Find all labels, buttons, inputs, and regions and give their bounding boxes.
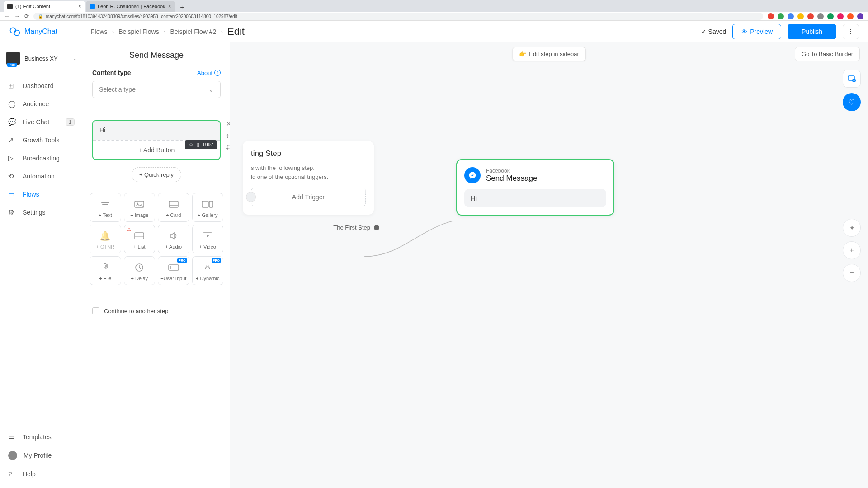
block-list[interactable]: ⚠+ List: [124, 225, 156, 253]
ext-icon[interactable]: [847, 13, 854, 19]
text-block: Hi + Add Button ☺ {} 1997 ✕ ↕ ⿻: [92, 120, 221, 160]
help-button[interactable]: ♡: [843, 93, 861, 111]
first-step-port[interactable]: The First Step: [333, 224, 379, 231]
block-gallery[interactable]: + Gallery: [192, 193, 224, 222]
quick-reply-button[interactable]: + Quick reply: [132, 167, 181, 182]
ext-icon[interactable]: [788, 13, 794, 19]
editor-panel: Send Message Content type About ? Select…: [83, 42, 230, 488]
node-header: Facebook Send Message: [464, 167, 606, 183]
dynamic-icon: [194, 262, 222, 273]
auto-layout-button[interactable]: ✦: [843, 219, 861, 237]
video-icon: [194, 230, 222, 241]
block-input[interactable]: PRO+User Input: [158, 256, 189, 285]
breadcrumb-item[interactable]: Beispiel Flow #2: [170, 28, 216, 35]
block-card[interactable]: + Card: [158, 193, 189, 222]
message-text: Hi: [471, 194, 477, 202]
edit-sidebar-hint[interactable]: 👉 Edit step in sidebar: [512, 47, 586, 61]
sidebar-item-live-chat[interactable]: 💬Live Chat1: [0, 113, 83, 131]
sidebar-item-flows[interactable]: ▭Flows: [0, 185, 83, 203]
tab-bar: (1) Edit Content × Leon R. Chaudhari | F…: [0, 0, 868, 12]
add-button-row[interactable]: + Add Button ☺ {} 1997: [93, 140, 220, 159]
block-dynamic[interactable]: PRO+ Dynamic: [192, 256, 224, 285]
trigger-port-icon[interactable]: [246, 192, 256, 202]
ext-icon[interactable]: [797, 13, 804, 19]
sidebar-item-my-profile[interactable]: My Profile: [0, 446, 83, 465]
address-bar: ← → ⟳ 🔒 manychat.com/fb181039443240830​9…: [0, 12, 868, 21]
bell-icon: 🔔: [92, 230, 119, 241]
block-audio[interactable]: + Audio: [158, 225, 189, 253]
block-text[interactable]: + Text: [90, 193, 121, 222]
go-basic-button[interactable]: Go To Basic Builder: [795, 47, 860, 61]
ext-icon[interactable]: [807, 13, 814, 19]
ext-icon[interactable]: [768, 13, 774, 19]
sidebar-item-templates[interactable]: ▭Templates: [0, 428, 83, 446]
avatar-icon: [8, 451, 17, 460]
block-label: + File: [92, 276, 119, 281]
emoji-icon[interactable]: ☺: [189, 142, 193, 147]
block-video[interactable]: + Video: [192, 225, 224, 253]
nav-icon: ↗: [8, 136, 16, 144]
close-icon[interactable]: ×: [78, 3, 81, 9]
ext-icon[interactable]: [778, 13, 784, 19]
block-file[interactable]: + File: [90, 256, 121, 285]
close-icon[interactable]: ✕: [226, 120, 230, 127]
browser-tab[interactable]: Leon R. Chaudhari | Facebook ×: [86, 1, 175, 12]
move-icon[interactable]: ↕: [226, 132, 230, 139]
ext-icon[interactable]: [817, 13, 824, 19]
quick-reply-label: + Quick reply: [139, 171, 174, 178]
nav-label: Templates: [23, 433, 52, 441]
block-label: + Delay: [126, 276, 153, 281]
url-text: manychat.com/fb181039443240830​9/cms/fil…: [46, 14, 237, 19]
ext-icon[interactable]: [827, 13, 834, 19]
avatar-icon[interactable]: [857, 13, 863, 19]
canvas-tools: + ♡: [843, 70, 861, 111]
text-icon: [92, 199, 119, 210]
publish-button[interactable]: Publish: [788, 24, 836, 39]
breadcrumb-item[interactable]: Beispiel Flows: [118, 28, 159, 35]
starting-step-node[interactable]: ting Step s with the following step. ld …: [243, 141, 374, 215]
sidebar-item-help[interactable]: ?Help: [0, 465, 83, 483]
checkbox[interactable]: [92, 307, 99, 314]
block-delay[interactable]: + Delay: [124, 256, 156, 285]
output-port-icon[interactable]: [374, 225, 379, 230]
continue-row[interactable]: Continue to another step: [83, 307, 230, 314]
logo[interactable]: ManyChat: [9, 26, 84, 38]
close-icon[interactable]: ×: [168, 3, 171, 9]
workspace-switcher[interactable]: PRO Business XY ⌄: [0, 48, 83, 69]
extension-icons: [768, 13, 863, 19]
forward-icon[interactable]: →: [14, 13, 20, 19]
message-text-input[interactable]: Hi: [93, 121, 220, 140]
zoom-out-button[interactable]: −: [843, 264, 861, 282]
sidebar-item-audience[interactable]: ◯Audience: [0, 95, 83, 113]
variable-icon[interactable]: {}: [196, 142, 199, 147]
back-icon[interactable]: ←: [5, 13, 10, 19]
chevron-down-icon: ⌄: [73, 56, 76, 61]
reload-icon[interactable]: ⟳: [24, 13, 29, 19]
new-tab-button[interactable]: +: [178, 3, 187, 12]
nav-label: Settings: [23, 209, 46, 216]
url-field[interactable]: 🔒 manychat.com/fb181039443240830​9/cms/f…: [33, 13, 763, 20]
more-button[interactable]: ⋮: [843, 24, 859, 39]
content-type-select[interactable]: Select a type ⌄: [92, 81, 221, 98]
browser-tab-active[interactable]: (1) Edit Content ×: [4, 1, 85, 12]
add-trigger-button[interactable]: Add Trigger: [251, 188, 366, 206]
sidebar-item-growth-tools[interactable]: ↗Growth Tools: [0, 131, 83, 149]
sidebar-item-dashboard[interactable]: ⊞Dashboard: [0, 77, 83, 95]
copy-icon[interactable]: ⿻: [226, 144, 230, 151]
node-description: s with the following step. ld one of the…: [251, 164, 366, 181]
saved-label: Saved: [708, 28, 726, 35]
breadcrumb-item[interactable]: Flows: [91, 28, 108, 35]
sidebar-item-settings[interactable]: ⚙Settings: [0, 203, 83, 221]
flow-canvas[interactable]: 👉 Edit step in sidebar Go To Basic Build…: [230, 42, 868, 488]
sidebar-item-broadcasting[interactable]: ▷Broadcasting: [0, 149, 83, 167]
content-type-label: Content type: [92, 69, 131, 76]
preview-button[interactable]: 👁 Preview: [732, 24, 781, 39]
panel-add-icon: +: [847, 74, 856, 83]
add-step-button[interactable]: +: [843, 70, 861, 88]
zoom-in-button[interactable]: +: [843, 241, 861, 259]
about-link[interactable]: About ?: [197, 70, 221, 76]
sidebar-item-automation[interactable]: ⟲Automation: [0, 167, 83, 185]
block-image[interactable]: + Image: [124, 193, 156, 222]
send-message-node[interactable]: Facebook Send Message Hi: [456, 159, 614, 216]
ext-icon[interactable]: [837, 13, 844, 19]
